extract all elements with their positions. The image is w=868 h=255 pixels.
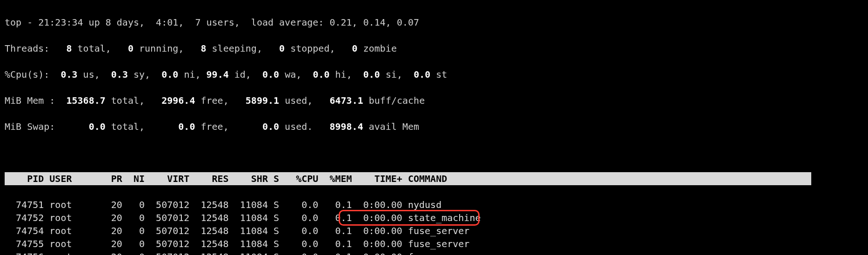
threads-running: 0 — [128, 43, 134, 54]
process-row[interactable]: 74751 root 20 0 507012 12548 11084 S 0.0… — [5, 198, 863, 211]
mem-line: MiB Mem : 15368.7 total, 2996.4 free, 58… — [5, 94, 863, 107]
cpu-line: %Cpu(s): 0.3 us, 0.3 sy, 0.0 ni, 99.4 id… — [5, 68, 863, 81]
summary-users: 7 users — [195, 17, 234, 28]
header-row[interactable]: PID USER PR NI VIRT RES SHR S %CPU %MEM … — [5, 172, 863, 185]
threads-stopped: 0 — [279, 43, 285, 54]
threads-sleeping: 8 — [200, 43, 206, 54]
cpu-hi: 0.0 — [313, 69, 329, 80]
summary-prefix: top - — [5, 17, 38, 28]
swap-total: 0.0 — [89, 121, 106, 132]
cpu-id: 99.4 — [207, 69, 229, 80]
cpu-si: 0.0 — [363, 69, 380, 80]
mem-label: MiB Mem : — [5, 95, 55, 106]
process-row[interactable]: 74752 root 20 0 507012 12548 11084 S 0.0… — [5, 211, 863, 224]
cpu-wa: 0.0 — [262, 69, 279, 80]
process-row[interactable]: 74756 root 20 0 507012 12548 11084 S 0.0… — [5, 250, 863, 255]
summary-line: top - 21:23:34 up 8 days, 4:01, 7 users,… — [5, 16, 863, 29]
blank-line — [5, 146, 863, 159]
highlight-annotation — [339, 210, 480, 226]
summary-load: 0.21, 0.14, 0.07 — [329, 17, 419, 28]
process-row[interactable]: 74754 root 20 0 507012 12548 11084 S 0.0… — [5, 224, 863, 237]
process-row[interactable]: 74755 root 20 0 507012 12548 11084 S 0.0… — [5, 237, 863, 250]
summary-load-label: load average: — [251, 17, 324, 28]
threads-line: Threads: 8 total, 0 running, 8 sleeping,… — [5, 42, 863, 55]
swap-line: MiB Swap: 0.0 total, 0.0 free, 0.0 used.… — [5, 120, 863, 133]
cpu-us: 0.3 — [60, 69, 77, 80]
terminal-top-output: top - 21:23:34 up 8 days, 4:01, 7 users,… — [0, 0, 868, 255]
mem-buff: 6473.1 — [329, 95, 363, 106]
summary-time: 21:23:34 — [38, 17, 83, 28]
swap-label: MiB Swap: — [5, 121, 55, 132]
summary-uptime: 8 days, 4:01 — [106, 17, 179, 28]
summary-up-label: up — [83, 17, 106, 28]
cpu-ni: 0.0 — [161, 69, 178, 80]
threads-total: 8 — [66, 43, 72, 54]
cpu-label: %Cpu(s): — [5, 69, 49, 80]
swap-used: 0.0 — [262, 121, 279, 132]
cpu-st: 0.0 — [414, 69, 430, 80]
threads-zombie: 0 — [352, 43, 358, 54]
process-list[interactable]: 74751 root 20 0 507012 12548 11084 S 0.0… — [5, 198, 863, 255]
cpu-sy: 0.3 — [111, 69, 128, 80]
mem-used: 5899.1 — [246, 95, 279, 106]
swap-avail: 8998.4 — [329, 121, 363, 132]
swap-free: 0.0 — [178, 121, 195, 132]
mem-free: 2996.4 — [161, 95, 195, 106]
mem-total: 15368.7 — [66, 95, 105, 106]
threads-label: Threads: — [5, 43, 49, 54]
